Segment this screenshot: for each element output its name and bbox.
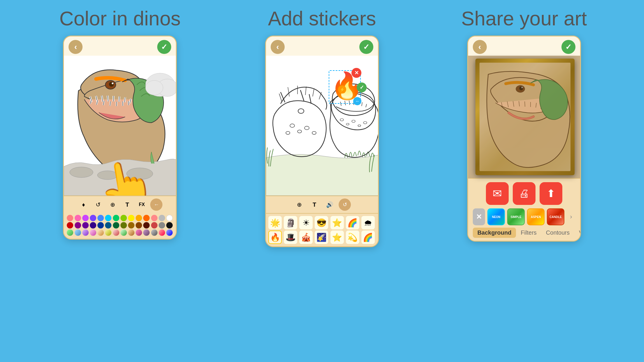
panel2-header: ‹ ✓ [266, 36, 378, 56]
color-swatch[interactable] [128, 215, 134, 221]
color-swatch[interactable] [82, 215, 89, 221]
svg-point-4 [97, 171, 118, 180]
sticker-accept-btn[interactable]: ✓ [357, 82, 367, 92]
color-swatch[interactable] [159, 229, 165, 236]
color-swatch[interactable] [166, 229, 173, 236]
color-swatch[interactable] [75, 229, 81, 236]
color-swatch[interactable] [166, 222, 173, 229]
color-swatch[interactable] [97, 229, 104, 236]
color-swatch[interactable] [90, 222, 96, 229]
color-swatch[interactable] [75, 222, 81, 229]
share-share-btn[interactable]: ⬆ [540, 182, 562, 205]
sticker-grid: 🌟 🗿 ☀ 😎 ⭐ 🌈 🌧 🔥 🎩 🎪 🌠 ⭐ 💫 🌈 [266, 213, 378, 246]
panel2-check-btn[interactable]: ✓ [359, 40, 373, 54]
sticker-cell[interactable]: 🌈 [346, 216, 359, 229]
panel2-back-btn[interactable]: ‹ [271, 40, 285, 54]
mail-share-btn[interactable]: ✉ [486, 182, 509, 205]
color-swatch[interactable] [120, 229, 127, 236]
color-swatch[interactable] [120, 222, 127, 229]
sticker-undo-tool[interactable]: ↺ [339, 198, 351, 211]
tab-background[interactable]: Background [473, 228, 516, 238]
sticker-cell[interactable]: 🗿 [284, 216, 297, 229]
color-swatch[interactable] [159, 215, 165, 221]
color-swatch[interactable] [151, 229, 158, 236]
panel3-back-btn[interactable]: ‹ [473, 40, 487, 54]
filter-candle-option[interactable]: CANDLE [547, 208, 564, 225]
panel1-canvas[interactable]: 👆 [64, 56, 177, 196]
sticker-delete-btn[interactable]: ✕ [351, 68, 361, 78]
panel2-toolbar: ⊕ T 🔊 ↺ [266, 196, 378, 213]
color-swatch[interactable] [67, 215, 73, 221]
print-share-btn[interactable]: 🖨 [513, 182, 536, 205]
active-sticker-container[interactable]: 🔥 ✕ ✓ ↔ ⚡ [326, 70, 364, 108]
color-swatch[interactable] [120, 215, 127, 221]
sticker-cell[interactable]: 😎 [315, 216, 328, 229]
color-swatch[interactable] [113, 215, 119, 221]
color-swatch[interactable] [151, 222, 158, 229]
sticker-cell[interactable]: 🎩 [284, 231, 297, 244]
panel3-canvas[interactable] [468, 56, 581, 178]
color-swatch[interactable] [143, 215, 150, 221]
sticker-cell[interactable]: ⭐ [330, 231, 344, 244]
panel1-back-btn[interactable]: ‹ [69, 40, 83, 54]
color-swatch[interactable] [151, 215, 158, 221]
panel3-check-btn[interactable]: ✓ [561, 40, 575, 54]
sticker-cursor-tool[interactable]: ⊕ [293, 198, 305, 211]
color-swatch[interactable] [166, 215, 173, 221]
text-tool[interactable]: T [121, 198, 133, 211]
art-frame-inner [480, 63, 570, 171]
color-swatch[interactable] [67, 229, 73, 236]
tab-filters[interactable]: Filters [516, 228, 541, 238]
color-swatch[interactable] [82, 222, 89, 229]
color-swatch[interactable] [75, 215, 81, 221]
stickers-section: Add stickers ‹ ✓ [225, 7, 419, 247]
sticker-scale-btn[interactable]: ↔ [353, 97, 361, 105]
sticker-sound-tool[interactable]: 🔊 [323, 198, 336, 211]
color-swatch[interactable] [67, 222, 73, 229]
fx-tool[interactable]: FX [136, 198, 148, 211]
sticker-text-tool[interactable]: T [308, 198, 321, 211]
color-swatch[interactable] [97, 222, 104, 229]
color-swatch[interactable] [105, 222, 111, 229]
filter-aspen-option[interactable]: ASPEN [527, 208, 545, 225]
filter-more-option[interactable]: › [567, 208, 575, 225]
tab-vignette[interactable]: Vignette [574, 228, 581, 238]
color-swatch[interactable] [113, 222, 119, 229]
color-swatch[interactable] [128, 222, 134, 229]
color-swatch[interactable] [90, 229, 96, 236]
sticker-cell[interactable]: ⭐ [330, 216, 344, 229]
filter-simple-option[interactable]: SIMPLE [507, 208, 525, 225]
sticker-cell[interactable]: 🌧 [361, 216, 375, 229]
color-swatch[interactable] [159, 222, 165, 229]
color-swatch[interactable] [136, 229, 142, 236]
filter-neon-option[interactable]: NEON [487, 208, 505, 225]
color-swatch[interactable] [143, 229, 150, 236]
color-swatch[interactable] [113, 229, 119, 236]
panel1-check-btn[interactable]: ✓ [157, 40, 171, 54]
color-swatch[interactable] [82, 229, 89, 236]
sticker-cell[interactable]: 🌟 [268, 216, 282, 229]
tab-contours[interactable]: Contours [541, 228, 574, 238]
stamp-tool[interactable]: ⊕ [106, 198, 119, 211]
back-arrow-tool[interactable]: ← [150, 198, 162, 211]
sticker-cell[interactable]: 💫 [346, 231, 359, 244]
sticker-cell[interactable]: 🎪 [299, 231, 313, 244]
sticker-cell[interactable]: 🌠 [315, 231, 328, 244]
color-swatch[interactable] [136, 215, 142, 221]
filter-close-btn[interactable]: ✕ [473, 208, 485, 225]
color-swatch[interactable] [105, 229, 111, 236]
color-swatch[interactable] [105, 215, 111, 221]
color-swatch[interactable] [143, 222, 150, 229]
panel2-canvas[interactable]: 🔥 ✕ ✓ ↔ ⚡ [266, 56, 379, 196]
sticker-move-btn[interactable]: ⚡ [338, 85, 346, 94]
undo-tool[interactable]: ↺ [92, 198, 104, 211]
color-swatch[interactable] [136, 222, 142, 229]
share-panel-bottom: ✉ 🖨 ⬆ ✕ NEON [468, 178, 580, 241]
sticker-cell[interactable]: 🌈 [361, 231, 375, 244]
fill-tool[interactable]: ♦ [77, 198, 90, 211]
color-swatch[interactable] [128, 229, 134, 236]
color-swatch[interactable] [90, 215, 96, 221]
sticker-cell[interactable]: ☀ [299, 216, 313, 229]
color-swatch[interactable] [97, 215, 104, 221]
sticker-cell[interactable]: 🔥 [268, 231, 282, 244]
